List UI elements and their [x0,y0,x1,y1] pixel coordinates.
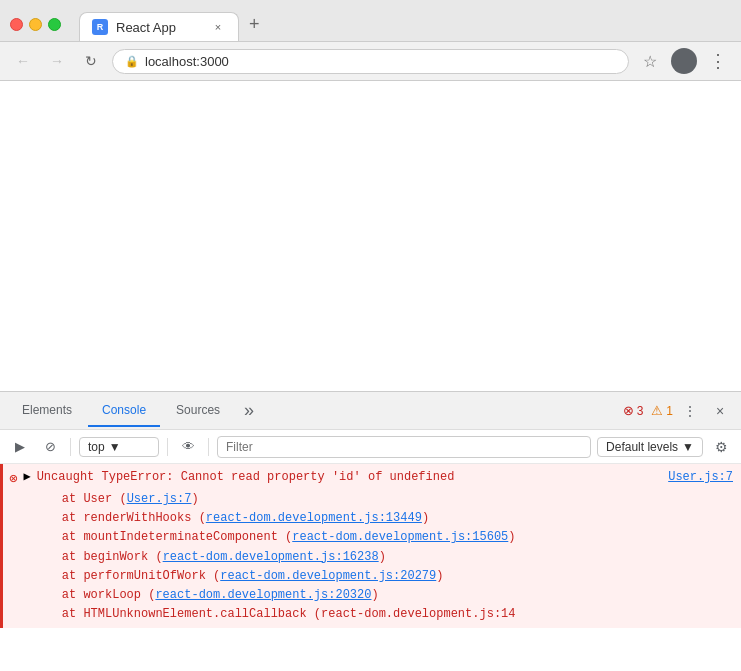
warning-count: 1 [666,404,673,418]
tab-elements[interactable]: Elements [8,395,86,427]
context-selector[interactable]: top ▼ [79,437,159,457]
stack-link-1[interactable]: react-dom.development.js:13449 [206,511,422,525]
error-count-badge: ⊗ 3 [623,403,644,418]
devtools-tab-bar: Elements Console Sources » ⊗ 3 ⚠ 1 ⋮ × [0,392,741,430]
error-message-text: Uncaught TypeError: Cannot read property… [37,468,733,486]
toolbar-separator [70,438,71,456]
warning-count-badge: ⚠ 1 [651,403,673,418]
stack-link-4[interactable]: react-dom.development.js:20279 [220,569,436,583]
forward-button[interactable]: → [44,48,70,74]
stack-line-3: at beginWork (react-dom.development.js:1… [33,548,733,567]
profile-button[interactable] [671,48,697,74]
default-levels-label: Default levels [606,440,678,454]
devtools-actions: ⊗ 3 ⚠ 1 ⋮ × [623,398,733,424]
tab-close-button[interactable]: × [210,19,226,35]
back-button[interactable]: ← [10,48,36,74]
warning-count-icon: ⚠ [651,403,663,418]
stack-line-6: at HTMLUnknownElement.callCallback (reac… [33,605,733,624]
browser-chrome: R React App × + ← → ↻ 🔒 localhost:3000 ☆… [0,0,741,81]
console-output: ⊗ ▶ Uncaught TypeError: Cannot read prop… [0,464,741,671]
clear-console-button[interactable]: ⊘ [38,435,62,459]
console-toolbar: ▶ ⊘ top ▼ 👁 Default levels ▼ ⚙ [0,430,741,464]
stack-link-3[interactable]: react-dom.development.js:16238 [163,550,379,564]
stack-trace: at User (User.js:7) at renderWithHooks (… [9,490,733,624]
title-bar: R React App × + [0,0,741,42]
bookmark-button[interactable]: ☆ [637,48,663,74]
error-count-icon: ⊗ [623,403,634,418]
error-circle-icon: ⊗ [9,469,17,490]
filter-input[interactable] [217,436,591,458]
devtools-more-button[interactable]: ⋮ [677,398,703,424]
tab-bar: R React App × + [79,8,731,41]
tab-console[interactable]: Console [88,395,160,427]
stack-link-2[interactable]: react-dom.development.js:15605 [292,530,508,544]
levels-arrow-icon: ▼ [682,440,694,454]
close-window-button[interactable] [10,18,23,31]
devtools-close-button[interactable]: × [707,398,733,424]
browser-tab[interactable]: R React App × [79,12,239,41]
log-levels-dropdown[interactable]: Default levels ▼ [597,437,703,457]
tab-title: React App [116,20,176,35]
browser-menu-button[interactable]: ⋮ [705,48,731,74]
stack-line-4: at performUnitOfWork (react-dom.developm… [33,567,733,586]
browser-toolbar: ← → ↻ 🔒 localhost:3000 ☆ ⋮ [0,42,741,81]
address-bar[interactable]: 🔒 localhost:3000 [112,49,629,74]
stack-link-5[interactable]: react-dom.development.js:20320 [155,588,371,602]
reload-button[interactable]: ↻ [78,48,104,74]
maximize-window-button[interactable] [48,18,61,31]
error-expand-triangle[interactable]: ▶ [23,468,30,486]
lock-icon: 🔒 [125,55,139,68]
context-arrow-icon: ▼ [109,440,121,454]
stack-line-0: at User (User.js:7) [33,490,733,509]
minimize-window-button[interactable] [29,18,42,31]
stack-line-1: at renderWithHooks (react-dom.developmen… [33,509,733,528]
more-tabs-button[interactable]: » [236,398,262,424]
eye-button[interactable]: 👁 [176,435,200,459]
settings-icon: ⚙ [715,439,728,455]
stack-link-0[interactable]: User.js:7 [127,492,192,506]
toolbar-separator-2 [167,438,168,456]
toolbar-separator-3 [208,438,209,456]
console-settings-button[interactable]: ⚙ [709,435,733,459]
new-tab-button[interactable]: + [239,8,270,41]
error-source-link[interactable]: User.js:7 [668,468,733,486]
tab-favicon: R [92,19,108,35]
ban-icon: ⊘ [45,439,56,454]
tab-sources[interactable]: Sources [162,395,234,427]
url-display: localhost:3000 [145,54,616,69]
traffic-lights [10,18,61,31]
stack-line-5: at workLoop (react-dom.development.js:20… [33,586,733,605]
eye-icon: 👁 [182,439,195,454]
error-count: 3 [637,404,644,418]
devtools-panel: Elements Console Sources » ⊗ 3 ⚠ 1 ⋮ × ▶… [0,391,741,671]
stack-line-2: at mountIndeterminateComponent (react-do… [33,528,733,547]
page-content [0,81,741,391]
context-value: top [88,440,105,454]
execute-script-button[interactable]: ▶ [8,435,32,459]
error-main-line: ⊗ ▶ Uncaught TypeError: Cannot read prop… [9,468,733,490]
error-entry: ⊗ ▶ Uncaught TypeError: Cannot read prop… [0,464,741,628]
play-icon: ▶ [15,439,25,454]
